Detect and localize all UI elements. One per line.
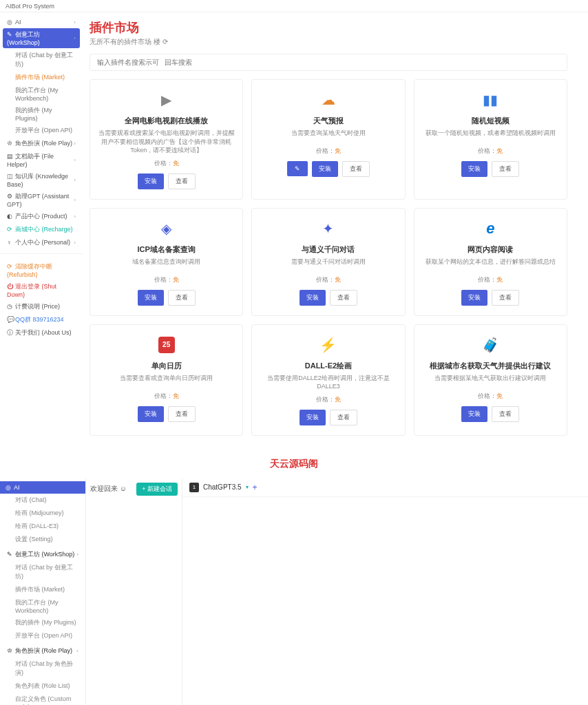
install-button[interactable]: 安装	[300, 290, 326, 306]
nav2-ai[interactable]: ◎AI	[0, 481, 85, 494]
ie-icon: e	[476, 218, 504, 239]
install-button[interactable]: 安装	[138, 173, 164, 189]
plugin-title: 根据城市名获取天气并提供出行建议	[421, 361, 560, 371]
plugin-card: 🧳根据城市名获取天气并提供出行建议当需要根据某地天气获取出行建议时调用价格：免安…	[414, 324, 567, 436]
view-button[interactable]: 查看	[342, 161, 370, 177]
app-title: AIBot Pro System	[6, 3, 54, 10]
nav-knowledge[interactable]: ◫知识库 (Knowledge Base)›	[0, 170, 83, 190]
install-button[interactable]: 安装	[312, 161, 338, 177]
plugin-price: 价格：免	[259, 147, 397, 156]
plugin-title: 随机短视频	[421, 116, 560, 126]
nav2-rp-list[interactable]: 角色列表 (Role List)	[0, 680, 85, 693]
chat-panel: 1 ChatGPT3.5 ▾ + 🖼	[182, 478, 588, 705]
nav-price[interactable]: ◷计费说明 (Price)	[0, 300, 83, 313]
install-button[interactable]: 安装	[461, 161, 487, 177]
page-title: 插件市场	[90, 19, 567, 36]
nav2-roleplay[interactable]: ♔角色扮演 (Role Play)›	[0, 642, 85, 657]
plugin-card: ☁天气预报当需要查询某地天气时使用价格：免✎安装查看	[251, 79, 405, 200]
plugin-desc: 当需要根据某地天气获取出行建议时调用	[421, 374, 560, 388]
nav2-rp-chat[interactable]: 对话 (Chat by 角色扮演)	[0, 657, 85, 680]
nav-personal[interactable]: ♀个人中心 (Personal)›	[0, 236, 83, 249]
plugin-price: 价格：免	[97, 275, 235, 284]
plugin-desc: 域名备案信息查询时调用	[97, 257, 235, 271]
plugin-price: 价格：免	[97, 159, 235, 168]
plugin-title: DALL-E2绘画	[259, 361, 397, 371]
plugin-icon: 🧳	[476, 335, 504, 355]
plugin-card: ⚡DALL-E2绘画当需要使用DALLE2绘画时调用，注意这不是DALLE3价格…	[251, 324, 405, 436]
nav2-chat[interactable]: 对话 (Chat)	[0, 494, 85, 507]
nav2-ws-chat[interactable]: 对话 (Chat by 创意工坊)	[0, 561, 85, 583]
plugin-card: ✦与通义千问对话需要与通义千问对话时调用价格：免安装查看	[251, 208, 405, 316]
nav-ai[interactable]: ◎AI›	[0, 17, 83, 28]
new-conversation-button[interactable]: + 新建会话	[136, 483, 178, 496]
plugin-price: 价格：免	[97, 392, 235, 401]
plugin-desc: 当需要查看或查询单向日历时调用	[97, 374, 235, 388]
nav2-ws-market[interactable]: 插件市场 (Market)	[0, 583, 85, 596]
plugin-title: ICP域名备案查询	[97, 244, 235, 255]
plugin-price: 价格：免	[259, 395, 397, 404]
nav2-rp-custom[interactable]: 自定义角色 (Custom Role)	[0, 693, 85, 705]
view-button[interactable]: 查看	[330, 410, 357, 425]
nav2-ws-api[interactable]: 开放平台 (Open API)	[0, 629, 85, 642]
plugin-icon: ▶	[153, 90, 180, 110]
nav2-workshop[interactable]: ✎创意工坊 (WorkShop)›	[0, 546, 85, 561]
install-button[interactable]: 安装	[300, 410, 326, 425]
plugin-price: 价格：免	[421, 275, 560, 284]
search-input[interactable]	[90, 54, 567, 71]
nav-shutdown[interactable]: ⏻退出登录 (Shut Down)	[0, 280, 83, 300]
install-button[interactable]: 安装	[461, 290, 487, 306]
plugin-price: 价格：免	[421, 147, 560, 156]
plugin-desc: 需要与通义千问对话时调用	[259, 257, 397, 271]
nav-about[interactable]: ⓘ关于我们 (About Us)	[0, 326, 83, 339]
nav-ws-market[interactable]: 插件市场 (Market)	[0, 71, 83, 84]
view-button[interactable]: 查看	[492, 406, 519, 422]
nav2-ws-plugins[interactable]: 我的插件 (My Plugins)	[0, 616, 85, 629]
plugin-card: ▶全网电影电视剧在线播放当需要观看或搜索某个电影电视剧时调用，并提醒用户不要相信…	[90, 79, 243, 200]
nav-ws-workbench[interactable]: 我的工作台 (My Workbench)	[0, 84, 83, 104]
view-button[interactable]: 查看	[168, 406, 196, 422]
plus-icon[interactable]: +	[253, 483, 258, 492]
calendar-icon: 25	[153, 335, 180, 355]
nav2-ws-workbench[interactable]: 我的工作台 (My Workbench)	[0, 596, 85, 616]
plugin-desc: 当需要查询某地天气时使用	[259, 129, 397, 143]
nav-assistant[interactable]: ⚙助理GPT (Assistant GPT)›	[0, 190, 83, 210]
nav-qq[interactable]: 💬QQ群 839716234	[0, 313, 83, 326]
install-button[interactable]: 安装	[138, 290, 164, 306]
nav-refurbish[interactable]: ⟳清除缓存中断 (Refurbish)	[0, 260, 83, 280]
plugin-icon: ✦	[315, 218, 342, 239]
nav-roleplay[interactable]: ♔角色扮演 (Role Play)›	[0, 137, 83, 150]
sidebar-bottom: ◎AI 对话 (Chat) 绘画 (Midjourney) 绘画 (DALL-E…	[0, 478, 86, 705]
plugin-title: 单向日历	[97, 361, 235, 371]
plugin-icon: ☁	[315, 90, 342, 110]
plugin-card: ▮▮随机短视频获取一个随机短视频，或者希望随机视频时调用价格：免安装查看	[414, 79, 567, 200]
chat-badge: 1	[189, 483, 199, 492]
chevron-down-icon[interactable]: ▾	[246, 484, 249, 490]
view-button[interactable]: 查看	[330, 290, 357, 306]
conversation-panel: 欢迎回来 ☺ + 新建会话 ↻ 加载更多	[86, 478, 182, 705]
nav2-setting[interactable]: 设置 (Setting)	[0, 533, 85, 546]
nav-filehelper[interactable]: ▤文档助手 (File Helper)›	[0, 150, 83, 170]
nav-ws-chat[interactable]: 对话 (Chat by 创意工坊)	[0, 49, 83, 71]
plugin-desc: 获取一个随机短视频，或者希望随机视频时调用	[421, 129, 560, 143]
plugin-price: 价格：免	[421, 392, 560, 401]
view-button[interactable]: 查看	[168, 290, 196, 306]
install-button[interactable]: 安装	[461, 406, 487, 422]
chat-body	[182, 497, 588, 705]
nav2-midjourney[interactable]: 绘画 (Midjourney)	[0, 507, 85, 520]
plugin-title: 网页内容阅读	[421, 244, 560, 255]
view-button[interactable]: 查看	[168, 173, 196, 189]
view-button[interactable]: 查看	[492, 290, 519, 306]
view-button[interactable]: 查看	[492, 161, 519, 177]
plugin-icon: ◈	[153, 218, 180, 239]
nav-product[interactable]: ◐产品中心 (Product)›	[0, 210, 83, 223]
plugin-price: 价格：免	[259, 275, 397, 284]
chat-model-label[interactable]: ChatGPT3.5	[203, 483, 242, 491]
install-button[interactable]: 安装	[138, 406, 164, 422]
plugin-desc: 当需要观看或搜索某个电影电视剧时调用，并提醒用户不要相信视频内的广告【这个插件非…	[97, 129, 235, 155]
nav-ws-plugins[interactable]: 我的插件 (My Plugins)	[0, 104, 83, 124]
nav2-dalle3[interactable]: 绘画 (DALL-E3)	[0, 520, 85, 533]
nav-workshop[interactable]: ✎创意工坊 (WorkShop)›	[3, 28, 80, 48]
nav-recharge[interactable]: ⟳商城中心 (Recharge)	[0, 223, 83, 236]
nav-ws-openapi[interactable]: 开放平台 (Open API)	[0, 124, 83, 137]
extra-button[interactable]: ✎	[287, 161, 308, 176]
